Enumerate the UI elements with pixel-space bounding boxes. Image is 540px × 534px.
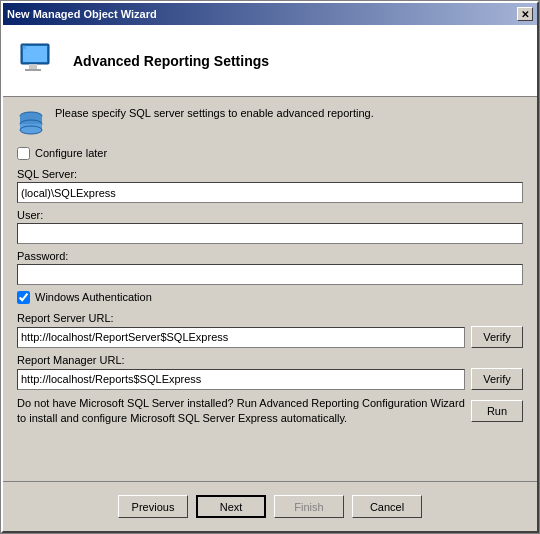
configure-later-checkbox[interactable] (17, 147, 30, 160)
user-label: User: (17, 209, 523, 221)
report-server-url-label: Report Server URL: (17, 312, 523, 324)
notice-area: Do not have Microsoft SQL Server install… (17, 396, 523, 427)
user-group: User: (17, 209, 523, 244)
finish-button[interactable]: Finish (274, 495, 344, 518)
content-area: Please specify SQL server settings to en… (3, 97, 537, 481)
sql-server-group: SQL Server: (17, 168, 523, 203)
report-manager-url-row: Verify (17, 368, 523, 390)
report-manager-url-input[interactable] (17, 369, 465, 390)
cancel-button[interactable]: Cancel (352, 495, 422, 518)
info-text: Please specify SQL server settings to en… (55, 107, 374, 119)
close-button[interactable]: ✕ (517, 7, 533, 21)
page-title: Advanced Reporting Settings (73, 53, 269, 69)
info-row: Please specify SQL server settings to en… (17, 107, 523, 137)
footer-area: Previous Next Finish Cancel (3, 481, 537, 531)
sql-server-input[interactable] (17, 182, 523, 203)
svg-rect-4 (22, 45, 26, 49)
password-label: Password: (17, 250, 523, 262)
svg-point-9 (20, 126, 42, 134)
report-server-url-group: Report Server URL: Verify (17, 312, 523, 348)
previous-button[interactable]: Previous (118, 495, 188, 518)
wizard-window: New Managed Object Wizard ✕ Advanced Rep… (1, 1, 539, 533)
user-input[interactable] (17, 223, 523, 244)
verify-report-manager-button[interactable]: Verify (471, 368, 523, 390)
windows-auth-label: Windows Authentication (35, 291, 152, 303)
password-input[interactable] (17, 264, 523, 285)
computer-icon (17, 40, 59, 82)
header-area: Advanced Reporting Settings (3, 25, 537, 97)
notice-text: Do not have Microsoft SQL Server install… (17, 396, 465, 427)
report-server-url-input[interactable] (17, 327, 465, 348)
title-bar: New Managed Object Wizard ✕ (3, 3, 537, 25)
sql-server-label: SQL Server: (17, 168, 523, 180)
run-button[interactable]: Run (471, 400, 523, 422)
password-group: Password: (17, 250, 523, 285)
svg-rect-3 (25, 69, 41, 71)
configure-later-label: Configure later (35, 147, 107, 159)
window-title: New Managed Object Wizard (7, 8, 157, 20)
configure-later-row: Configure later (17, 147, 523, 160)
report-server-url-row: Verify (17, 326, 523, 348)
svg-rect-1 (23, 46, 47, 62)
report-manager-url-label: Report Manager URL: (17, 354, 523, 366)
next-button[interactable]: Next (196, 495, 266, 518)
report-manager-url-group: Report Manager URL: Verify (17, 354, 523, 390)
verify-report-server-button[interactable]: Verify (471, 326, 523, 348)
svg-rect-2 (29, 64, 37, 69)
windows-auth-row: Windows Authentication (17, 291, 523, 304)
windows-auth-checkbox[interactable] (17, 291, 30, 304)
database-icon (17, 109, 45, 137)
